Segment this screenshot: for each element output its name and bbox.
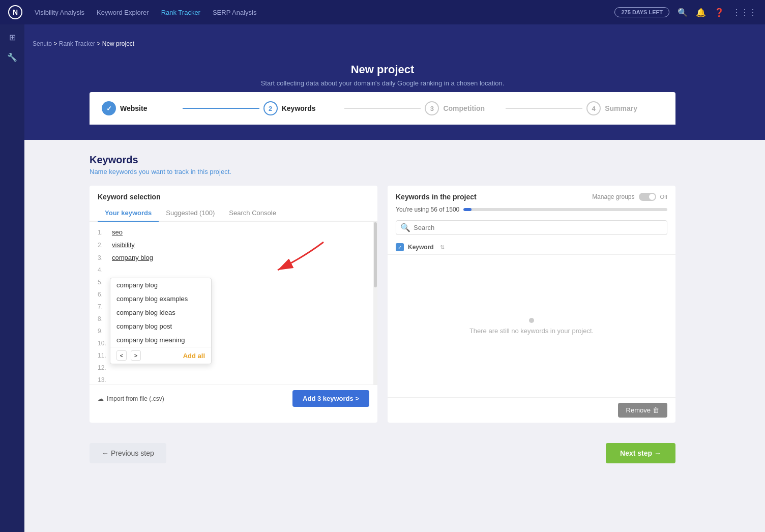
tab-search-console[interactable]: Search Console xyxy=(222,205,283,222)
keyword-company-blog[interactable]: company blog xyxy=(112,254,153,261)
keyword-footer: ☁ Import from file (.csv) Add 3 keywords… xyxy=(90,385,377,412)
suggestion-nav: < > xyxy=(116,350,141,361)
section-title: Keywords xyxy=(90,154,675,166)
keyword-col-header: Keyword xyxy=(408,244,434,251)
manage-groups-label: Manage groups xyxy=(592,193,634,200)
page-subtitle: Start collecting data about your domain'… xyxy=(0,79,765,87)
step-keywords: 2 Keywords xyxy=(263,101,340,115)
keyword-row-13: 13. xyxy=(90,374,377,385)
suggestion-item-4[interactable]: company blog post xyxy=(110,319,211,333)
section-subtitle: Name keywords you want to track in this … xyxy=(90,168,675,175)
previous-step-button[interactable]: ← Previous step xyxy=(90,443,166,463)
two-col-layout: Keyword selection Your keywords Suggeste… xyxy=(90,186,675,423)
step-competition: 3 Competition xyxy=(425,101,502,115)
keywords-list[interactable]: 1. seo 2. visibility 3. company blog com… xyxy=(90,222,377,385)
kip-title: Keywords in the project xyxy=(396,193,477,201)
kip-header: Keywords in the project Manage groups Of… xyxy=(388,186,675,206)
step-summary: 4 Summary xyxy=(586,101,663,115)
breadcrumb-bar: Senuto > Rank Tracker > New project xyxy=(0,35,765,53)
add-keywords-button[interactable]: Add 3 keywords > xyxy=(292,390,369,407)
keyword-selection-box: Keyword selection Your keywords Suggeste… xyxy=(90,186,377,423)
keyword-selection-title: Keyword selection xyxy=(90,186,377,201)
trash-icon: 🗑 xyxy=(653,406,659,414)
cloud-icon: ☁ xyxy=(98,395,104,402)
step1-label: Website xyxy=(120,104,147,112)
kip-search: 🔍 xyxy=(388,218,675,240)
kip-bottom: Remove 🗑 xyxy=(388,397,675,423)
nav-keyword-explorer[interactable]: Keyword Explorer xyxy=(97,9,149,16)
breadcrumb-current: New project xyxy=(102,40,134,47)
steps-wizard: ✓ Website 2 Keywords 3 Competition 4 Sum… xyxy=(90,92,675,125)
tab-your-keywords[interactable]: Your keywords xyxy=(98,205,159,222)
left-sidebar: ⊞ 🔧 xyxy=(0,24,24,532)
keyword-seo[interactable]: seo xyxy=(112,228,123,236)
top-nav: N Visibility Analysis Keyword Explorer R… xyxy=(0,0,765,24)
keyword-tabs: Your keywords Suggested (100) Search Con… xyxy=(90,205,377,222)
breadcrumb-rank-tracker[interactable]: Rank Tracker xyxy=(59,40,95,47)
step3-label: Competition xyxy=(443,104,485,112)
usage-row: You're using 56 of 1500 xyxy=(388,206,675,218)
step-website: ✓ Website xyxy=(102,101,179,115)
manage-groups-toggle[interactable] xyxy=(639,193,656,201)
usage-text: You're using 56 of 1500 xyxy=(396,206,459,213)
add-all-button[interactable]: Add all xyxy=(183,352,205,360)
search-input-wrap: 🔍 xyxy=(396,220,667,235)
step4-number: 4 xyxy=(586,101,601,115)
empty-text: There are still no keywords in your proj… xyxy=(469,327,594,335)
breadcrumb: Senuto > Rank Tracker > New project xyxy=(33,40,134,47)
nav-rank-tracker[interactable]: Rank Tracker xyxy=(161,9,200,16)
main-content: Keywords Name keywords you want to track… xyxy=(0,140,765,435)
import-label: Import from file (.csv) xyxy=(107,395,164,402)
kip-empty-state: There are still no keywords in your proj… xyxy=(388,255,675,397)
search-icon[interactable]: 🔍 xyxy=(678,8,688,17)
grid-icon[interactable]: ⋮⋮⋮ xyxy=(732,8,757,17)
import-from-file-button[interactable]: ☁ Import from file (.csv) xyxy=(98,395,164,402)
help-icon[interactable]: ❓ xyxy=(714,8,724,17)
step-line-1 xyxy=(183,108,259,109)
list-scrollbar[interactable] xyxy=(373,222,377,385)
nav-visibility-analysis[interactable]: Visibility Analysis xyxy=(35,9,84,16)
kip-search-input[interactable] xyxy=(414,224,663,231)
toggle-off-label: Off xyxy=(660,194,667,200)
progress-bar xyxy=(463,208,667,211)
suggestion-item-3[interactable]: company blog ideas xyxy=(110,306,211,319)
logo: N xyxy=(8,5,22,19)
bell-icon[interactable]: 🔔 xyxy=(696,8,706,17)
suggestion-prev[interactable]: < xyxy=(116,350,127,361)
keyword-row-1: 1. seo xyxy=(90,226,377,239)
nav-buttons: ← Previous step Next step → xyxy=(0,435,765,471)
next-step-button[interactable]: Next step → xyxy=(606,443,675,463)
manage-groups: Manage groups Off xyxy=(592,193,667,201)
suggestion-list: company blog company blog examples compa… xyxy=(110,278,211,347)
page-title: New project xyxy=(0,63,765,76)
nav-right: 275 DAYS LEFT 🔍 🔔 ❓ ⋮⋮⋮ xyxy=(614,7,757,17)
keyword-row-4: 4. xyxy=(90,264,377,276)
suggestion-footer: < > Add all xyxy=(110,347,211,364)
suggestion-next[interactable]: > xyxy=(131,350,141,361)
select-all-checkbox[interactable]: ✓ xyxy=(396,243,404,251)
suggestion-item-5[interactable]: company blog meaning xyxy=(110,333,211,347)
keyword-visibility[interactable]: visibility xyxy=(112,241,135,249)
suggestion-item-1[interactable]: company blog xyxy=(110,278,211,292)
tab-suggested[interactable]: Suggested (100) xyxy=(159,205,222,222)
sort-icon[interactable]: ⇅ xyxy=(440,244,445,251)
progress-bar-fill xyxy=(463,208,472,211)
search-icon-kip: 🔍 xyxy=(400,223,410,232)
step-line-3 xyxy=(506,108,582,109)
step4-label: Summary xyxy=(605,104,637,112)
scrollbar-thumb xyxy=(374,222,377,287)
keyword-row-3: 3. company blog company blog company blo… xyxy=(90,251,377,264)
breadcrumb-senuto[interactable]: Senuto xyxy=(33,40,52,47)
suggestion-item-2[interactable]: company blog examples xyxy=(110,292,211,306)
grid-sidebar-icon[interactable]: ⊞ xyxy=(9,33,16,42)
remove-button[interactable]: Remove 🗑 xyxy=(618,403,667,418)
wrench-icon[interactable]: 🔧 xyxy=(7,52,17,62)
suggestion-dropdown: company blog company blog examples compa… xyxy=(110,278,212,364)
step-line-2 xyxy=(344,108,421,109)
keywords-in-project-box: Keywords in the project Manage groups Of… xyxy=(388,186,675,423)
keyword-row-2: 2. visibility xyxy=(90,239,377,251)
step2-number: 2 xyxy=(263,101,278,115)
kip-table-header: ✓ Keyword ⇅ xyxy=(388,240,675,255)
empty-dot xyxy=(529,318,534,323)
nav-serp-analysis[interactable]: SERP Analysis xyxy=(213,9,256,16)
